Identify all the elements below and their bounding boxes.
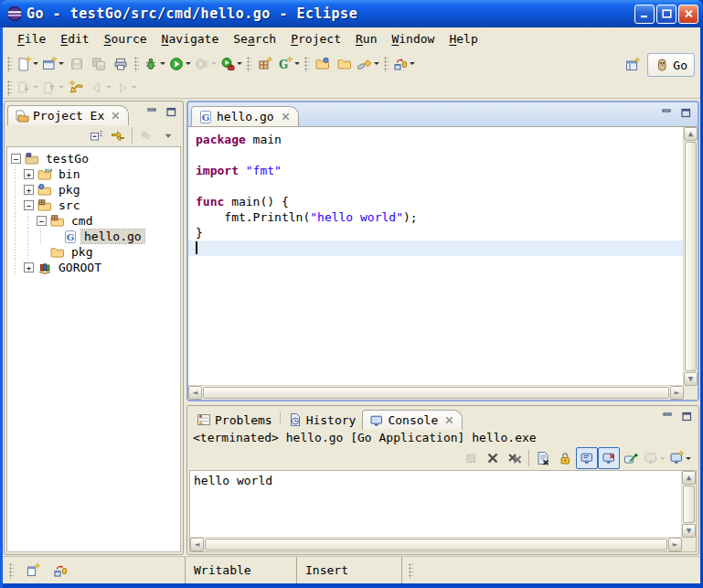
maximize-editor-button[interactable] bbox=[676, 105, 694, 121]
scrollbar-thumb[interactable] bbox=[205, 539, 667, 551]
chevron-down-icon[interactable] bbox=[160, 62, 165, 68]
chevron-down-icon[interactable] bbox=[33, 62, 38, 68]
menu-source[interactable]: Source bbox=[97, 30, 154, 48]
new-wizard-button[interactable] bbox=[15, 53, 40, 75]
chevron-down-icon[interactable] bbox=[106, 86, 112, 91]
grip-handle[interactable] bbox=[134, 56, 139, 72]
tab-console[interactable]: Console bbox=[362, 410, 463, 430]
tree-item-testgo[interactable]: −testGo bbox=[11, 151, 180, 166]
chevron-down-icon[interactable] bbox=[686, 457, 691, 463]
chevron-down-icon[interactable] bbox=[132, 86, 137, 91]
run-button[interactable] bbox=[167, 53, 193, 75]
grip-handle[interactable] bbox=[247, 56, 251, 72]
close-icon[interactable] bbox=[280, 111, 292, 123]
grip-handle[interactable] bbox=[409, 562, 413, 579]
remove-launch-button[interactable] bbox=[482, 447, 504, 469]
scroll-left-button[interactable]: ◄ bbox=[190, 538, 204, 551]
tree-item-goroot[interactable]: +GOROOT bbox=[11, 260, 180, 275]
print-button[interactable] bbox=[110, 53, 132, 75]
new-go-project-button[interactable] bbox=[40, 53, 66, 75]
tree-item-pkg[interactable]: +pkg bbox=[11, 182, 180, 198]
scrollbar-thumb[interactable] bbox=[203, 387, 669, 399]
external-tools-button[interactable] bbox=[218, 53, 244, 75]
maximize-view-button[interactable] bbox=[162, 104, 179, 120]
scroll-up-button[interactable]: ▲ bbox=[684, 127, 698, 141]
tree-expander-plus-icon[interactable]: + bbox=[24, 169, 34, 179]
search-button[interactable] bbox=[356, 53, 381, 75]
maximize-button[interactable] bbox=[656, 5, 676, 24]
scroll-lock-button[interactable] bbox=[554, 447, 576, 469]
scrollbar-thumb[interactable] bbox=[685, 142, 697, 371]
chevron-down-icon[interactable] bbox=[660, 457, 666, 463]
minimize-button[interactable] bbox=[634, 5, 655, 24]
minimize-view-button[interactable] bbox=[143, 104, 160, 120]
scroll-up-button[interactable]: ▲ bbox=[682, 471, 696, 485]
debug-button[interactable] bbox=[142, 53, 167, 75]
minimized-views-button[interactable] bbox=[49, 560, 71, 582]
synchronize-button[interactable] bbox=[391, 53, 417, 75]
chevron-down-icon[interactable] bbox=[374, 62, 379, 68]
console-vertical-scrollbar[interactable]: ▲ ▼ bbox=[681, 471, 696, 538]
title-bar[interactable]: Go - testGo/src/cmd/hello.go - Eclipse bbox=[0, 0, 703, 27]
editor-horizontal-scrollbar[interactable]: ◄ ► bbox=[188, 385, 684, 400]
tree-item-cmd[interactable]: −cmd bbox=[11, 213, 180, 229]
tree-item-hello-go[interactable]: Ghello.go bbox=[11, 229, 180, 244]
collapse-all-button[interactable] bbox=[85, 124, 107, 146]
view-menu-button[interactable] bbox=[157, 124, 179, 146]
fast-view-button[interactable] bbox=[22, 560, 44, 582]
console-horizontal-scrollbar[interactable]: ◄ ► bbox=[190, 537, 682, 551]
tree-expander-plus-icon[interactable]: + bbox=[24, 185, 34, 195]
new-go-file-button[interactable]: G bbox=[276, 53, 302, 75]
grip-handle[interactable] bbox=[384, 56, 389, 72]
chevron-down-icon[interactable] bbox=[59, 86, 64, 91]
close-icon[interactable] bbox=[443, 414, 455, 426]
chevron-down-icon[interactable] bbox=[294, 62, 300, 68]
scrollbar-thumb[interactable] bbox=[683, 486, 695, 523]
show-stderr-when-changed-button[interactable] bbox=[598, 447, 620, 469]
console-output[interactable]: hello world bbox=[190, 471, 682, 538]
perspective-go-button[interactable]: Go bbox=[647, 53, 695, 77]
open-perspective-button[interactable] bbox=[622, 54, 644, 76]
tab-problems[interactable]: Problems bbox=[190, 410, 279, 430]
scroll-down-button[interactable]: ▼ bbox=[684, 372, 698, 386]
link-with-editor-button[interactable] bbox=[107, 124, 129, 146]
close-button[interactable] bbox=[678, 5, 698, 24]
tree-expander-plus-icon[interactable]: + bbox=[24, 262, 34, 273]
chevron-down-icon[interactable] bbox=[237, 62, 242, 68]
grip-handle[interactable] bbox=[9, 562, 14, 579]
chevron-down-icon[interactable] bbox=[211, 62, 217, 68]
chevron-down-icon[interactable] bbox=[410, 62, 415, 68]
tree-item-bin[interactable]: +010bin bbox=[11, 166, 180, 182]
tree-expander-minus-icon[interactable]: − bbox=[37, 216, 47, 226]
menu-edit[interactable]: Edit bbox=[53, 30, 96, 48]
chevron-down-icon[interactable] bbox=[59, 62, 64, 68]
grip-handle[interactable] bbox=[304, 56, 309, 72]
menu-window[interactable]: Window bbox=[384, 30, 442, 48]
clear-console-button[interactable] bbox=[532, 447, 554, 469]
new-go-package-button[interactable] bbox=[254, 53, 276, 75]
minimize-editor-button[interactable] bbox=[657, 105, 675, 121]
remove-all-terminated-button[interactable] bbox=[504, 447, 526, 469]
export-button[interactable] bbox=[334, 53, 356, 75]
chevron-down-icon[interactable] bbox=[186, 62, 191, 68]
grip-handle[interactable] bbox=[7, 56, 12, 72]
scroll-right-button[interactable]: ► bbox=[670, 386, 684, 400]
maximize-console-button[interactable] bbox=[677, 409, 695, 424]
tab-history[interactable]: History bbox=[282, 410, 363, 430]
code-area[interactable]: package mainimport "fmt"func main() { fm… bbox=[188, 127, 684, 386]
tab-hello-go[interactable]: G hello.go bbox=[191, 106, 299, 126]
scroll-down-button[interactable]: ▼ bbox=[682, 524, 696, 538]
last-edit-location-button[interactable] bbox=[66, 77, 88, 99]
tree-item-src[interactable]: −src bbox=[11, 198, 180, 213]
menu-project[interactable]: Project bbox=[283, 30, 348, 48]
close-icon[interactable] bbox=[110, 110, 122, 122]
scroll-left-button[interactable]: ◄ bbox=[188, 386, 202, 400]
pin-console-button[interactable] bbox=[620, 447, 642, 469]
tree-item-pkg[interactable]: pkg bbox=[11, 244, 180, 260]
menu-file[interactable]: File bbox=[10, 30, 53, 48]
tree-expander-minus-icon[interactable]: − bbox=[11, 154, 21, 164]
menu-search[interactable]: Search bbox=[226, 30, 283, 48]
open-console-button[interactable] bbox=[667, 447, 693, 469]
chevron-down-icon[interactable] bbox=[33, 86, 38, 91]
import-button[interactable] bbox=[312, 53, 334, 75]
